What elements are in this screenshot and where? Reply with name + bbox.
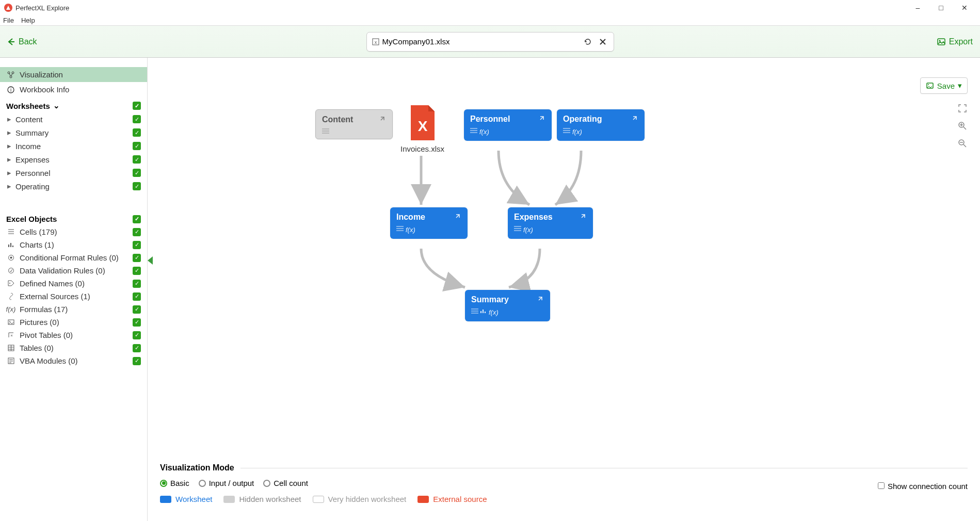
worksheet-checkbox[interactable]: ✓ [133,128,141,137]
chart-icon [6,241,15,249]
app-header: Back x MyCompany01.xlsx Export [0,26,980,58]
save-dropdown[interactable]: Save ▾ [920,77,968,94]
open-icon[interactable] [580,213,587,222]
radio-cell-count[interactable]: Cell count [263,479,308,487]
node-operating[interactable]: Operating f(x) [557,109,645,141]
excel-objects-section-title-row[interactable]: Excel Objects ✓ [0,210,147,225]
excel-object-row[interactable]: Pivot Tables (0)✓ [0,329,147,341]
zoom-in-button[interactable] [956,120,969,132]
worksheet-checkbox[interactable]: ✓ [133,182,141,190]
open-icon[interactable] [379,115,386,124]
node-expenses[interactable]: Expenses f(x) [508,207,593,239]
worksheets-check-all[interactable]: ✓ [133,102,141,110]
excel-object-row[interactable]: Conditional Format Rules (0)✓ [0,251,147,264]
worksheet-row[interactable]: ▸Personnel✓ [0,166,147,180]
link-icon [6,292,15,300]
caret-right-icon: ▸ [6,141,12,151]
node-content[interactable]: Content [315,109,393,139]
sidebar: Visualization i Workbook Info Worksheets… [0,58,148,521]
node-invoices-label: Invoices.xlsx [400,144,444,153]
excel-object-row[interactable]: Data Validation Rules (0)✓ [0,264,147,277]
sidebar-item-visualization[interactable]: Visualization [0,67,147,82]
show-connection-count[interactable]: Show connection count [878,482,968,491]
radio-input-output[interactable]: Input / output [199,479,254,487]
excel-object-row[interactable]: Tables (0)✓ [0,341,147,354]
excel-object-checkbox[interactable]: ✓ [133,318,141,327]
legend-very-hidden-label: Very hidden worksheet [328,495,407,503]
excel-object-label: External Sources (1) [20,292,133,301]
menu-bar: File Help [0,15,980,26]
excel-object-label: Cells (179) [20,227,133,236]
node-personnel[interactable]: Personnel f(x) [464,109,552,141]
close-button[interactable]: ✕ [953,0,976,15]
excel-object-checkbox[interactable]: ✓ [133,267,141,275]
excel-object-checkbox[interactable]: ✓ [133,292,141,301]
zoom-tools [956,102,969,150]
excel-object-checkbox[interactable]: ✓ [133,344,141,352]
worksheet-row[interactable]: ▸Content✓ [0,112,147,126]
tag-icon [6,280,15,287]
swatch-outline [313,496,324,503]
worksheet-checkbox[interactable]: ✓ [133,142,141,150]
fx-badge: f(x) [523,226,533,234]
open-icon[interactable] [537,295,544,304]
worksheet-row[interactable]: ▸Summary✓ [0,126,147,139]
excel-object-row[interactable]: VBA Modules (0)✓ [0,354,147,367]
clear-file-button[interactable] [597,36,608,47]
visualization-canvas[interactable]: Save ▾ [148,58,980,459]
divider [240,468,968,468]
worksheet-checkbox[interactable]: ✓ [133,169,141,177]
open-icon[interactable] [454,213,461,222]
node-summary[interactable]: Summary f(x) [465,290,550,321]
caret-down-icon: ▾ [958,81,962,90]
back-button[interactable]: Back [6,37,37,46]
svg-point-18 [928,84,929,85]
rows-icon [514,226,521,231]
node-content-title: Content [322,115,353,124]
refresh-button[interactable] [582,36,594,48]
excel-objects-check-all[interactable]: ✓ [133,215,141,223]
excel-object-row[interactable]: Pictures (0)✓ [0,316,147,329]
worksheet-checkbox[interactable]: ✓ [133,115,141,123]
sidebar-collapse-handle[interactable] [148,256,153,265]
menu-file[interactable]: File [3,17,14,24]
zoom-out-button[interactable] [956,137,969,150]
menu-help[interactable]: Help [21,17,35,24]
show-connection-label: Show connection count [888,482,968,491]
worksheet-row[interactable]: ▸Expenses✓ [0,153,147,166]
open-icon[interactable] [538,115,545,124]
swatch-red [417,496,429,503]
node-income[interactable]: Income f(x) [390,207,468,239]
excel-object-checkbox[interactable]: ✓ [133,241,141,249]
excel-object-row[interactable]: Charts (1)✓ [0,238,147,251]
worksheets-section-title-row[interactable]: Worksheets ⌄ ✓ [0,97,147,112]
excel-object-checkbox[interactable]: ✓ [133,305,141,314]
minimize-button[interactable]: – [906,0,929,15]
worksheet-row[interactable]: ▸Income✓ [0,139,147,153]
svg-point-10 [10,257,12,259]
excel-object-row[interactable]: Defined Names (0)✓ [0,277,147,290]
worksheet-checkbox[interactable]: ✓ [133,155,141,164]
excel-object-row[interactable]: Cells (179)✓ [0,225,147,238]
excel-object-checkbox[interactable]: ✓ [133,357,141,365]
excel-object-checkbox[interactable]: ✓ [133,228,141,236]
sidebar-item-workbook-info[interactable]: i Workbook Info [0,82,147,97]
excel-object-label: Data Validation Rules (0) [20,266,133,275]
fullscreen-button[interactable] [956,102,969,115]
excel-object-checkbox[interactable]: ✓ [133,280,141,288]
excel-object-checkbox[interactable]: ✓ [133,331,141,339]
radio-basic[interactable]: Basic [160,479,189,487]
export-button[interactable]: Export [937,37,973,46]
fx-badge: f(x) [406,226,415,234]
window-controls: – □ ✕ [906,0,976,15]
excel-object-checkbox[interactable]: ✓ [133,254,141,262]
excel-object-row[interactable]: f(x)Formulas (17)✓ [0,303,147,316]
chart-badge-icon [480,308,487,314]
worksheet-row[interactable]: ▸Operating✓ [0,180,147,193]
node-invoices-file[interactable]: X Invoices.xlsx [400,104,444,153]
maximize-button[interactable]: □ [929,0,953,15]
legend-external-label: External source [433,495,487,503]
show-connection-checkbox[interactable] [878,482,885,489]
open-icon[interactable] [631,115,638,124]
excel-object-row[interactable]: External Sources (1)✓ [0,290,147,303]
